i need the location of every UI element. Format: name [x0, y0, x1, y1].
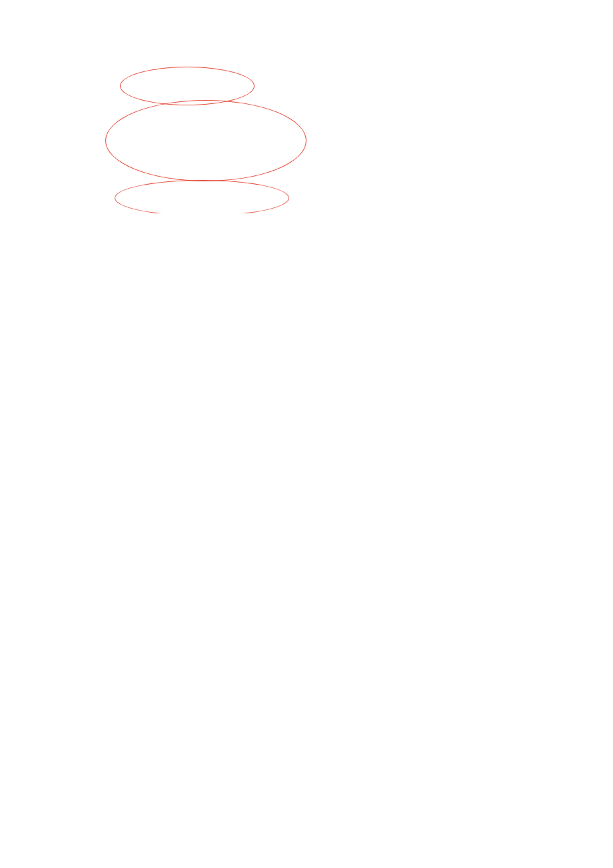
annotation-ellipse-3: [115, 180, 289, 213]
annotation-area: [0, 0, 613, 213]
annotation-ellipse-2: [105, 100, 306, 181]
annotation-ellipse-1: [120, 67, 255, 105]
